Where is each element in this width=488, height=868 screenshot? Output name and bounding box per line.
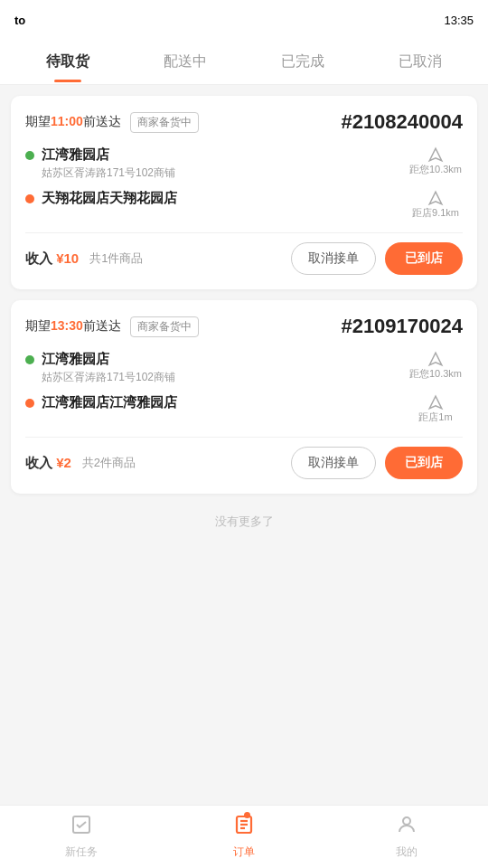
store-info: 江湾雅园店姑苏区胥涛路171号102商铺 <box>42 146 408 181</box>
order-card-order1: 期望11:00前送达商家备货中#2108240004江湾雅园店姑苏区胥涛路171… <box>11 96 477 289</box>
mine-icon <box>396 814 418 841</box>
navigation-icon <box>427 146 444 163</box>
store-name: 江湾雅园店江湾雅园店 <box>42 394 408 411</box>
store-dot <box>25 194 34 203</box>
store-item: 江湾雅园店姑苏区胥涛路171号102商铺距您10.3km <box>25 146 463 181</box>
store-item: 江湾雅园店江湾雅园店距店1m <box>25 394 463 424</box>
status-badge: 商家备货中 <box>130 112 199 133</box>
store-distance[interactable]: 距店1m <box>408 394 463 424</box>
store-item: 江湾雅园店姑苏区胥涛路171号102商铺距您10.3km <box>25 351 463 385</box>
nav-label-mine: 我的 <box>396 844 418 860</box>
store-info: 江湾雅园店姑苏区胥涛路171号102商铺 <box>42 351 408 385</box>
nav-dot <box>244 812 250 818</box>
store-list: 江湾雅园店姑苏区胥涛路171号102商铺距您10.3km天翔花园店天翔花园店距店… <box>25 146 463 220</box>
navigation-icon <box>427 394 444 410</box>
navigation-icon <box>427 351 444 367</box>
delivery-time: 期望13:30前送达 <box>25 318 121 335</box>
top-tab-bar: 待取货配送中已完成已取消 <box>0 40 488 85</box>
main-content: 期望11:00前送达商家备货中#2108240004江湾雅园店姑苏区胥涛路171… <box>0 85 488 805</box>
nav-item-new-task[interactable]: 新任务 <box>0 808 163 865</box>
item-count: 共2件商品 <box>82 455 136 471</box>
cancel-button[interactable]: 取消接单 <box>291 242 376 275</box>
navigation-icon <box>427 190 444 206</box>
svg-marker-2 <box>429 353 442 365</box>
store-name: 天翔花园店天翔花园店 <box>42 190 408 207</box>
delivery-time: 期望11:00前送达 <box>25 114 121 130</box>
arrived-button[interactable]: 已到店 <box>385 447 463 479</box>
distance-text: 距店9.1km <box>412 206 459 220</box>
store-address: 姑苏区胥涛路171号102商铺 <box>42 165 408 181</box>
order-number: #2108240004 <box>341 110 463 134</box>
store-name: 江湾雅园店 <box>42 351 408 368</box>
store-info: 天翔花园店天翔花园店 <box>42 190 408 209</box>
store-item: 天翔花园店天翔花园店距店9.1km <box>25 190 463 220</box>
order-icon <box>233 814 255 841</box>
store-distance[interactable]: 距您10.3km <box>408 351 463 381</box>
item-count: 共1件商品 <box>89 250 143 267</box>
tab-pending[interactable]: 待取货 <box>9 42 127 82</box>
store-address: 姑苏区胥涛路171号102商铺 <box>42 370 408 385</box>
store-distance[interactable]: 距店9.1km <box>408 190 463 220</box>
store-dot <box>25 355 34 364</box>
distance-text: 距您10.3km <box>409 163 462 176</box>
footer-buttons: 取消接单已到店 <box>291 242 463 275</box>
order-card-order2: 期望13:30前送达商家备货中#2109170024江湾雅园店姑苏区胥涛路171… <box>11 300 477 494</box>
status-time: 13:35 <box>444 14 474 27</box>
nav-label-order: 订单 <box>233 844 255 860</box>
arrived-button[interactable]: 已到店 <box>385 242 463 275</box>
new-task-icon <box>70 814 92 841</box>
footer-buttons: 取消接单已到店 <box>291 447 463 479</box>
card-header: 期望11:00前送达商家备货中#2108240004 <box>25 110 463 134</box>
store-info: 江湾雅园店江湾雅园店 <box>42 394 408 413</box>
cancel-button[interactable]: 取消接单 <box>291 447 376 479</box>
income: 收入 ¥10 <box>25 250 79 268</box>
nav-label-new-task: 新任务 <box>65 844 98 860</box>
store-dot <box>25 151 34 160</box>
nav-item-order[interactable]: 订单 <box>163 808 325 865</box>
svg-marker-0 <box>429 148 442 161</box>
card-footer: 收入 ¥10共1件商品取消接单已到店 <box>25 232 463 275</box>
status-badge: 商家备货中 <box>130 316 199 337</box>
store-dot <box>25 399 34 408</box>
card-header: 期望13:30前送达商家备货中#2109170024 <box>25 315 463 338</box>
income: 收入 ¥2 <box>25 455 71 472</box>
tab-delivering[interactable]: 配送中 <box>127 42 244 82</box>
card-footer: 收入 ¥2共2件商品取消接单已到店 <box>25 437 463 479</box>
status-left: to <box>14 14 25 27</box>
distance-text: 距店1m <box>418 410 452 424</box>
svg-marker-1 <box>429 192 442 204</box>
status-bar: to 13:35 <box>0 0 488 40</box>
distance-text: 距您10.3km <box>409 367 462 381</box>
store-name: 江湾雅园店 <box>42 146 408 164</box>
tab-cancelled[interactable]: 已取消 <box>361 42 479 82</box>
no-more-text: 没有更多了 <box>11 505 477 533</box>
store-list: 江湾雅园店姑苏区胥涛路171号102商铺距您10.3km江湾雅园店江湾雅园店距店… <box>25 351 463 424</box>
order-number: #2109170024 <box>341 315 463 338</box>
svg-marker-3 <box>429 396 442 409</box>
bottom-nav: 新任务订单我的 <box>0 805 488 868</box>
store-distance[interactable]: 距您10.3km <box>408 146 463 176</box>
svg-point-9 <box>403 817 410 825</box>
nav-item-mine[interactable]: 我的 <box>325 808 488 865</box>
tab-done[interactable]: 已完成 <box>244 42 361 82</box>
